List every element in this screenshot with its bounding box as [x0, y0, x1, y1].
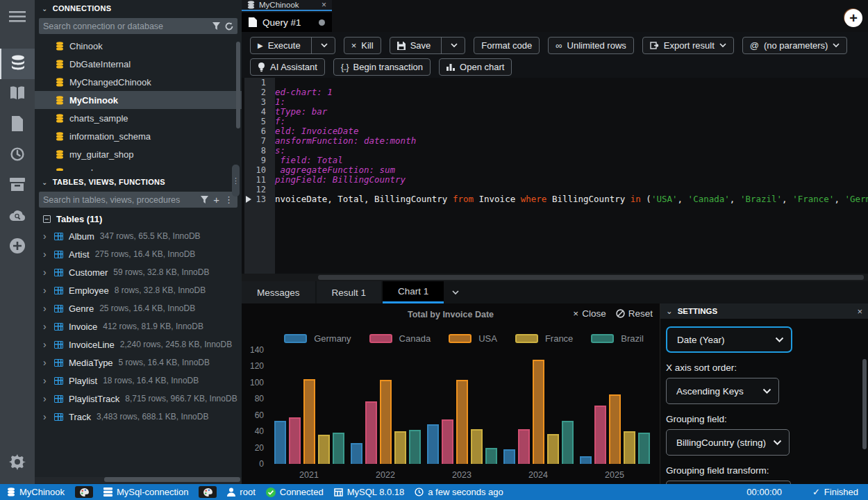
bar-canada[interactable] — [289, 417, 301, 464]
bar-germany[interactable] — [580, 456, 592, 464]
bar-brazil[interactable] — [333, 433, 344, 464]
statusbar-database[interactable]: MyChinook — [7, 487, 65, 497]
bar-germany[interactable] — [274, 421, 286, 464]
bar-canada[interactable] — [442, 419, 453, 464]
bar-usa[interactable] — [533, 360, 544, 464]
connection-item[interactable]: charts_sample — [35, 109, 242, 127]
toolbar-button-kill[interactable]: ×Kill — [344, 37, 381, 54]
expand-chevron-icon[interactable]: › — [43, 249, 54, 260]
toolbar-button-ai-assistant[interactable]: AI Assistant — [250, 58, 325, 76]
bar-usa[interactable] — [609, 394, 621, 464]
bar-france[interactable] — [318, 435, 330, 464]
bar-france[interactable] — [394, 431, 406, 464]
sql-editor[interactable]: 12ed-chart: 131:4tType: bar5f:6eld: Invo… — [242, 78, 868, 274]
left-panel-hscrollbar-thumb[interactable] — [104, 477, 240, 482]
settings-select[interactable]: Date (Year) — [667, 328, 791, 351]
expand-chevron-icon[interactable]: › — [43, 321, 54, 332]
result-tab-chart-1[interactable]: Chart 1 — [383, 281, 444, 303]
expand-chevron-icon[interactable]: › — [43, 357, 54, 368]
toolbar-button-export-result[interactable]: Export result — [642, 37, 734, 54]
bar-canada[interactable] — [365, 401, 377, 464]
filter-icon[interactable] — [212, 22, 220, 30]
database-tab-group[interactable]: MyChinook × — [242, 0, 332, 11]
tables-search-input[interactable] — [43, 195, 196, 205]
bar-germany[interactable] — [503, 449, 515, 464]
bar-canada[interactable] — [594, 406, 606, 464]
connection-item[interactable]: information_schema — [35, 127, 242, 145]
result-tabs-dropdown[interactable] — [445, 281, 466, 303]
collapse-icon[interactable]: − — [43, 215, 51, 223]
table-row[interactable]: ›Artist275 rows, 16.4 KB, InnoDB — [35, 245, 242, 263]
bar-brazil[interactable] — [409, 430, 421, 464]
expand-chevron-icon[interactable]: › — [43, 267, 54, 278]
bar-france[interactable] — [471, 429, 483, 464]
bar-germany[interactable] — [427, 424, 439, 464]
chevron-down-icon[interactable] — [445, 43, 458, 48]
connection-item[interactable]: mysql — [35, 163, 242, 171]
connection-item[interactable]: MyChangedChinook — [35, 73, 242, 91]
table-row[interactable]: ›Track3,483 rows, 688.1 KB, InnoDB — [35, 408, 242, 426]
panel-splitter-handle[interactable]: ⋮ — [232, 165, 240, 197]
legend-item[interactable]: France — [515, 333, 573, 344]
connections-header[interactable]: ⌄ CONNECTIONS — [35, 0, 242, 17]
expand-chevron-icon[interactable]: › — [43, 393, 54, 404]
sidebar-item-database[interactable] — [0, 49, 35, 79]
close-icon[interactable]: × — [322, 0, 326, 10]
sidebar-item-cloud-search[interactable] — [0, 201, 35, 232]
tables-group-row[interactable]: − Tables (11) — [35, 210, 242, 227]
table-row[interactable]: ›Customer59 rows, 32.8 KB, InnoDB — [35, 263, 242, 281]
settings-select[interactable]: Ascending Keys — [667, 378, 778, 403]
result-tab-result-1[interactable]: Result 1 — [317, 281, 382, 303]
connection-item[interactable]: MyChinook — [35, 91, 242, 109]
sidebar-item-add[interactable] — [0, 232, 35, 262]
toolbar-button-unlimited-rows[interactable]: ∞Unlimited rows — [548, 37, 634, 54]
legend-item[interactable]: Canada — [369, 333, 431, 344]
sidebar-item-history[interactable] — [0, 140, 35, 171]
legend-item[interactable]: USA — [449, 333, 497, 344]
settings-scrollbar-thumb[interactable] — [862, 359, 867, 449]
bar-brazil[interactable] — [638, 433, 650, 464]
refresh-icon[interactable] — [225, 22, 233, 31]
bar-france[interactable] — [624, 431, 635, 464]
table-row[interactable]: ›Invoice412 rows, 81.9 KB, InnoDB — [35, 317, 242, 335]
new-tab-button[interactable]: + — [844, 9, 862, 27]
table-row[interactable]: ›Playlist18 rows, 16.4 KB, InnoDB — [35, 372, 242, 390]
chart-reset-button[interactable]: Reset — [616, 308, 653, 319]
expand-chevron-icon[interactable]: › — [43, 411, 54, 422]
query-tab[interactable]: Query #1 — [242, 12, 332, 32]
sidebar-item-files[interactable] — [0, 110, 35, 140]
toolbar-button-save[interactable]: Save — [390, 37, 466, 54]
filter-icon[interactable] — [201, 196, 208, 203]
connections-scrollbar-thumb[interactable] — [236, 42, 240, 128]
bar-brazil[interactable] — [485, 448, 497, 464]
toolbar-button-execute[interactable]: ▶Execute — [250, 37, 335, 54]
add-icon[interactable]: + — [213, 194, 219, 206]
bar-usa[interactable] — [380, 380, 392, 464]
chevron-down-icon[interactable] — [315, 43, 328, 48]
connection-item[interactable]: my_guitar_shop — [35, 145, 242, 163]
tables-header[interactable]: ⌄ TABLES, VIEWS, FUNCTIONS — [35, 174, 242, 190]
table-row[interactable]: ›Album347 rows, 65.5 KB, InnoDB — [35, 227, 242, 245]
toolbar-button-begin-transaction[interactable]: {..}Begin transaction — [333, 58, 431, 76]
connection-item[interactable]: DbGateInternal — [35, 55, 242, 73]
kebab-menu-icon[interactable]: ⋮ — [224, 194, 233, 205]
bar-usa[interactable] — [303, 379, 315, 464]
chart-close-button[interactable]: ×Close — [573, 308, 606, 319]
bar-france[interactable] — [547, 434, 559, 464]
bar-germany[interactable] — [351, 443, 362, 464]
menu-button[interactable] — [0, 4, 35, 32]
sidebar-item-archive[interactable] — [0, 171, 35, 201]
table-row[interactable]: ›InvoiceLine2,240 rows, 245.8 KB, InnoDB — [35, 335, 242, 353]
bar-usa[interactable] — [456, 380, 468, 464]
editor-hscrollbar-thumb[interactable] — [318, 275, 864, 280]
toolbar-button-format-code[interactable]: Format code — [474, 37, 540, 54]
legend-item[interactable]: Brazil — [591, 333, 644, 344]
sidebar-item-favorites[interactable] — [0, 79, 35, 110]
bar-brazil[interactable] — [562, 421, 574, 464]
expand-chevron-icon[interactable]: › — [43, 339, 54, 350]
editor-hscrollbar[interactable] — [242, 274, 868, 281]
table-row[interactable]: ›PlaylistTrack8,715 rows, 966.7 KB, Inno… — [35, 390, 242, 408]
expand-chevron-icon[interactable]: › — [43, 285, 54, 296]
left-panel-hscrollbar[interactable] — [35, 477, 242, 483]
connection-item[interactable]: Chinook — [35, 37, 242, 55]
